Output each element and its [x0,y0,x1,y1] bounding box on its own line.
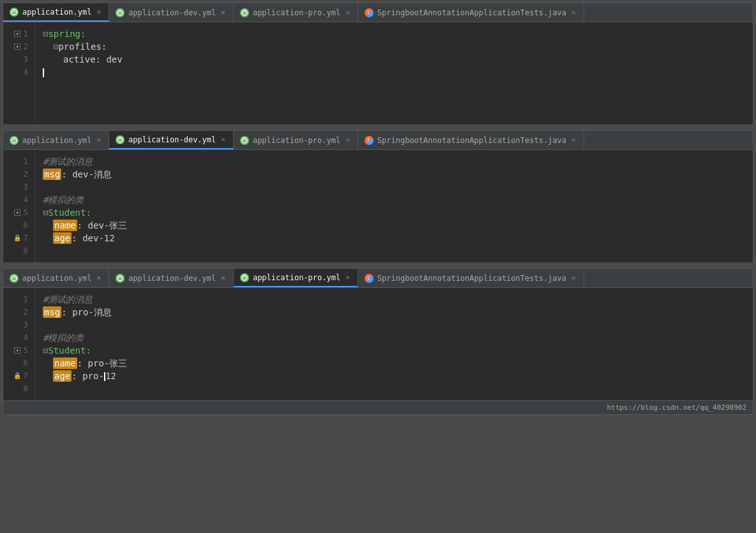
code-line-3 [35,181,753,193]
tab-close-btn[interactable]: × [570,136,577,144]
svg-point-3 [11,138,17,143]
tab-close-btn[interactable]: × [220,8,227,17]
tab-close-btn[interactable]: × [95,136,102,144]
status-url: https://blog.csdn.net/qq_40298902 [607,403,746,412]
code-line-7: age: pro-12 [35,370,753,382]
tab-application-pro-yml[interactable]: application-pro.yml× [234,3,358,22]
code-line-6: name: pro-张三 [35,357,753,370]
line-number-3: 3 [3,319,34,331]
key-highlight: name [53,220,77,231]
value-text: dev-张三 [88,220,128,230]
tab-label: application.yml [22,136,91,145]
line-number-3: 3 [3,181,34,193]
tab-label: SpringbootAnnotationApplicationTests.jav… [377,8,566,17]
line-number-4: 4 [3,193,34,206]
tab-application-yml[interactable]: application.yml× [3,269,109,287]
fold-icon-5[interactable]: ▾ [14,347,20,354]
tab-close-btn[interactable]: × [344,136,351,144]
tab-application-yml[interactable]: application.yml× [3,131,109,149]
tab-label: application-dev.yml [128,8,216,17]
code-line-5: ⊟Student: [35,344,753,357]
tab-bar-1: application.yml×application-dev.yml×appl… [3,3,753,22]
tab-close-btn[interactable]: × [570,8,577,17]
code-content-1: ⊟spring:⊟profiles:active: dev [35,22,753,124]
tab-application-yml[interactable]: application.yml× [3,3,109,22]
svg-point-2 [242,10,247,15]
code-line-3: active: dev [35,53,753,66]
yml-tab-icon [240,273,249,282]
tab-application-pro-yml[interactable]: application-pro.yml× [234,131,358,149]
tab-close-btn[interactable]: × [220,135,227,144]
tab-close-btn[interactable]: × [220,274,227,282]
line-number-1: 1 [3,155,34,168]
code-line-5: ⊟Student: [35,206,753,219]
fold-icon-7[interactable]: 🔒 [14,373,20,379]
status-bar-3: https://blog.csdn.net/qq_40298902 [3,400,753,414]
code-line-1: ⊟spring: [35,27,753,40]
code-line-4: #模拟的类 [35,193,753,206]
tab-SpringbootAnnotationApplicationTests-java[interactable]: CSpringbootAnnotationApplicationTests.ja… [358,131,584,149]
java-tab-icon: C [365,8,374,17]
yml-tab-icon [116,8,125,17]
tab-application-pro-yml[interactable]: application-pro.yml× [234,269,358,287]
svg-point-4 [117,137,123,142]
line-number-5: ▾5 [3,344,34,357]
line-numbers-2: 1234▾56🔒78 [3,150,35,262]
tab-SpringbootAnnotationApplicationTests-java[interactable]: CSpringbootAnnotationApplicationTests.ja… [358,3,584,22]
fold-icon-7[interactable]: 🔒 [14,235,20,241]
code-line-1: #测试的消息 [35,293,753,306]
tab-close-btn[interactable]: × [344,273,351,282]
tab-bar-2: application.yml×application-dev.yml×appl… [3,131,753,150]
svg-point-1 [117,10,123,15]
tab-SpringbootAnnotationApplicationTests-java[interactable]: CSpringbootAnnotationApplicationTests.ja… [358,269,584,287]
text-cursor [43,68,44,77]
yml-tab-icon [10,136,19,145]
yml-tab-icon [240,8,249,17]
line-number-3: 3 [3,53,34,66]
tab-application-dev-yml[interactable]: application-dev.yml× [109,269,234,287]
fold-icon-1[interactable]: ▾ [14,31,20,37]
tab-close-btn[interactable]: × [344,8,351,17]
fold-icon-2[interactable]: ▾ [14,43,20,50]
code-line-4 [35,66,753,79]
tab-close-btn[interactable]: × [95,8,102,16]
code-line-3 [35,319,753,331]
line-number-6: 6 [3,357,34,370]
tab-label: application-dev.yml [128,274,216,283]
line-number-1: ▾1 [3,27,34,40]
code-line-8 [35,382,753,395]
yml-tab-icon [116,135,125,144]
yml-tab-icon [10,274,19,283]
tab-close-btn[interactable]: × [570,274,577,282]
tab-label: application-dev.yml [128,135,216,144]
code-area-3: 1234▾56🔒78 #测试的消息msg: pro-消息#模拟的类⊟Studen… [3,288,753,400]
editor-panel-1: application.yml×application-dev.yml×appl… [3,3,753,125]
line-number-2: ▾2 [3,40,34,53]
value-text: dev-消息 [72,169,112,179]
line-numbers-3: 1234▾56🔒78 [3,288,35,400]
key-highlight: msg [43,169,61,180]
tab-close-btn[interactable]: × [95,274,102,282]
tab-application-dev-yml[interactable]: application-dev.yml× [109,3,234,22]
code-content-2: #测试的消息msg: dev-消息#模拟的类⊟Student:name: dev… [35,150,753,262]
line-number-2: 2 [3,306,34,319]
key-highlight: age [53,370,72,382]
line-number-4: 4 [3,331,34,344]
key-highlight: age [53,232,72,244]
value-text: pro-消息 [72,307,112,317]
tab-label: SpringbootAnnotationApplicationTests.jav… [377,136,566,145]
code-line-8 [35,244,753,257]
code-line-4: #模拟的类 [35,331,753,344]
tab-label: application.yml [22,274,91,283]
code-content-3: #测试的消息msg: pro-消息#模拟的类⊟Student:name: pro… [35,288,753,400]
code-line-2: ⊟profiles: [35,40,753,53]
code-area-2: 1234▾56🔒78 #测试的消息msg: dev-消息#模拟的类⊟Studen… [3,150,753,262]
tab-label: application-pro.yml [253,273,340,282]
code-line-1: #测试的消息 [35,155,753,168]
tab-bar-3: application.yml×application-dev.yml×appl… [3,269,753,288]
fold-icon-5[interactable]: ▾ [14,209,20,216]
editor-panel-3: application.yml×application-dev.yml×appl… [3,268,753,415]
key-highlight: name [53,357,77,369]
tab-application-dev-yml[interactable]: application-dev.yml× [109,131,234,149]
java-tab-icon: C [365,274,374,283]
